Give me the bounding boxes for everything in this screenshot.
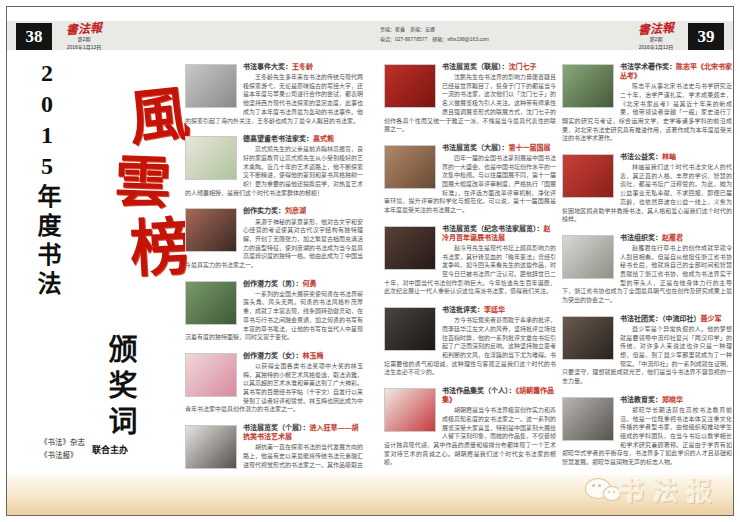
contact-line: 电话：027-86778577 邮箱：sfbs198@163.com (380, 35, 489, 45)
entry-photo (384, 307, 436, 351)
entry-photo (562, 154, 614, 198)
award-entry: 书法展览奖（个展）：进入狂草——胡抗美书法艺术展胡抗美一直在探索书法的当代发展方… (185, 423, 363, 470)
award-entry: 书法展览奖（联展）：沈门七子沈鹏先生在书法界的影响力毋庸置疑且已经是世界瞩目了，… (384, 62, 556, 134)
masthead-left: 書法報 第2期 2016年1月13日 (54, 23, 114, 50)
issue-date: 2016年1月13日 (54, 44, 114, 50)
entry-photo (384, 64, 436, 108)
award-winner-name: 郑晓华 (662, 396, 683, 403)
award-winner-name: 何勇 (303, 280, 317, 287)
newspaper-spread: 38 39 書法報 第2期 2016年1月13日 書法報 第2期 2016年1月… (0, 0, 740, 522)
calligraphy-char-yun: 雲 (96, 149, 190, 215)
award-entry: 书法社团奖：（中流印社）聂少军聂少军是个异常执倔的人。他的梦想就是要领导中流印社… (562, 314, 732, 386)
award-entry: 书法作品集奖（个人）：《胡朝霞作品集》胡朝霞是当今书法界极富创作实力和养成极高知… (384, 386, 556, 467)
entry-photo (185, 353, 237, 397)
issue-date: 2016年1月13日 (626, 44, 686, 50)
award-winner-name: 刘彦湖 (285, 207, 306, 214)
bottom-strip: 书法报 (7, 475, 733, 515)
award-winner-name: 第十一届国展 (509, 144, 551, 151)
award-entry: 创作实力奖：刘彦湖来源于神秘的篆意篆形，他对古文字和安心经营的考证使其对古代汉字… (185, 206, 363, 269)
award-entry: 书法展览奖（大展）：第十一届国展四年一届的全国书法篆刻展是中国书法界的一大盛会，… (384, 143, 556, 215)
subtitle-vertical: 颁奖词 (99, 334, 141, 442)
entry-photo (384, 145, 436, 189)
award-winner-name: 李廷华 (484, 306, 505, 313)
award-entry: 创作潜力奖（男）：何勇一系列的全国大展获奖使何勇在书法界崭露头角、风头无两。何勇… (185, 279, 363, 342)
entry-photo (562, 235, 614, 279)
award-winner-name: 聂少军 (701, 315, 722, 322)
award-winner-name: 林玉梅 (303, 352, 324, 359)
page-number-right: 39 (688, 23, 724, 50)
entries-column-left: 书法事件大奖：王冬龄王冬龄先生多年来在书法的传统与现代两极探索游弋，无论是原味临… (185, 62, 363, 470)
editor-line: 责编：崔鑫 美编：安娜 (380, 25, 489, 35)
entry-photo (562, 64, 614, 108)
award-entry: 创作潜力奖（女）：林玉梅以获得全国各类书法奖项中大奖的林玉梅，其独特的小楷艺术风… (185, 351, 363, 414)
organizer-suffix: 联合主办 (92, 443, 128, 456)
organizers-block: 《书法》杂志 《书法报》 联合主办 (40, 437, 128, 463)
entry-photo (185, 281, 237, 325)
award-entry: 书法学术著作奖：陈志平《北宋书家丛考》陈志平从事北宋书法史与书学研究近二十年，治… (562, 62, 732, 143)
calligraphy-title: 風 雲 榜 (104, 84, 196, 283)
entry-photo (562, 397, 614, 441)
award-entry: 书法教育奖：郑晓华郑晓华长期活跃在高校书法教育前沿。他是一位既重视书法本体又注重… (562, 395, 732, 467)
award-winner-name: 林岫 (662, 153, 676, 160)
award-entry: 书法批评奖：李廷华方今书坛褒奖者甚而耽于奉承的批评，而李廷华江左文人的风骨，坚持… (384, 305, 556, 377)
award-winner-name: 高式熊 (313, 135, 334, 142)
entry-photo (185, 208, 237, 252)
editor-contact-block: 责编：崔鑫 美编：安娜 电话：027-86778577 邮箱：sfbs198@1… (380, 25, 489, 44)
entries-column-middle: 书法展览奖（联展）：沈门七子沈鹏先生在书法界的影响力毋庸置疑且已经是世界瞩目了，… (384, 62, 556, 470)
award-entry: 德高望重老书法家奖：高式熊高式熊先生的父亲是前清翰林高振霄，良好的家庭教育让高式… (185, 134, 363, 197)
award-winner-name: 王冬龄 (292, 63, 313, 70)
entry-photo (384, 388, 436, 432)
year-title-vertical: 2015年度书法 (30, 60, 65, 300)
masthead-right: 書法報 第2期 2016年1月13日 (626, 23, 686, 50)
award-entry: 书法公益奖：林岫林岫是我们这个时代书法文化人的代表，其正直的人格、丰厚的学识、智… (562, 152, 732, 224)
award-entry: 书法组织奖：赵雁君赵雁君在行草书上的创作成就早就令人刮目相看。但是自从他担任浙江… (562, 233, 732, 305)
award-winner-name: 赵雁君 (662, 234, 683, 241)
award-entry: 书法事件大奖：王冬龄王冬龄先生多年来在书法的传统与现代两极探索游弋，无论是原味临… (185, 62, 363, 125)
page-number-left: 38 (16, 23, 52, 50)
entries-column-right: 书法学术著作奖：陈志平《北宋书家丛考》陈志平从事北宋书法史与书学研究近二十年，治… (562, 62, 732, 470)
award-winner-name: 沈门七子 (509, 63, 537, 70)
entry-photo (562, 316, 614, 360)
entry-photo (185, 64, 237, 108)
organizer-magazine: 《书法》杂志 (40, 437, 85, 450)
entry-photo (185, 136, 237, 180)
award-entry: 书法展览奖（纪念书法家展览）：赵冷月百年诞辰书法展赵冷月先生是现代书坛上颇具影响… (384, 224, 556, 296)
entry-photo (384, 226, 436, 270)
organizer-newspaper: 《书法报》 (40, 450, 85, 463)
entry-photo (185, 425, 237, 469)
wechat-watermark-label: 书法报 (619, 471, 721, 507)
